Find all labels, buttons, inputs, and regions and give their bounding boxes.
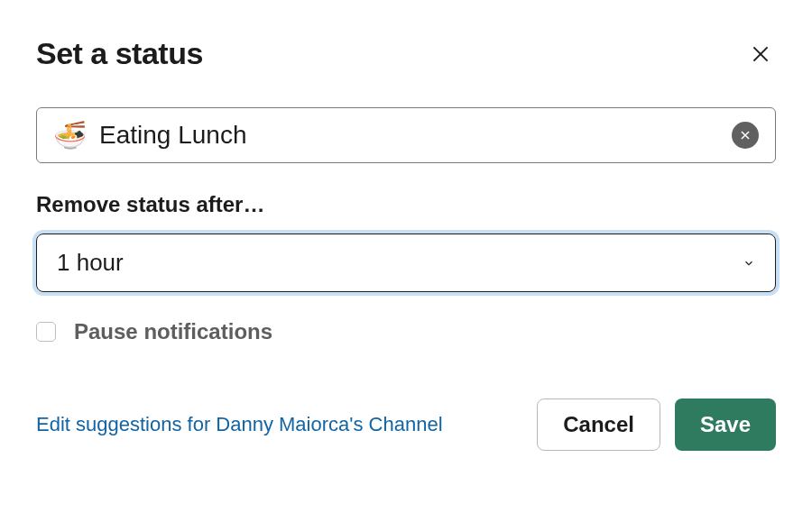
chevron-down-icon <box>743 257 755 270</box>
duration-select[interactable]: 1 hour <box>36 234 776 292</box>
save-button[interactable]: Save <box>675 398 776 451</box>
close-button[interactable] <box>745 39 776 69</box>
status-text-input[interactable] <box>99 121 719 150</box>
cancel-button[interactable]: Cancel <box>537 398 660 451</box>
modal-header: Set a status <box>36 36 776 71</box>
status-emoji[interactable]: 🍜 <box>53 122 87 149</box>
pause-notifications-checkbox[interactable] <box>36 322 56 342</box>
duration-value: 1 hour <box>57 249 124 277</box>
duration-label: Remove status after… <box>36 192 776 217</box>
status-input-container: 🍜 <box>36 107 776 163</box>
x-icon <box>739 129 752 142</box>
pause-notifications-row: Pause notifications <box>36 319 776 344</box>
close-icon <box>749 42 772 66</box>
edit-suggestions-link[interactable]: Edit suggestions for Danny Maiorca's Cha… <box>36 413 443 436</box>
clear-status-button[interactable] <box>732 122 759 149</box>
pause-notifications-label: Pause notifications <box>74 319 272 344</box>
modal-title: Set a status <box>36 36 203 71</box>
modal-footer: Edit suggestions for Danny Maiorca's Cha… <box>36 398 776 451</box>
footer-buttons: Cancel Save <box>537 398 776 451</box>
